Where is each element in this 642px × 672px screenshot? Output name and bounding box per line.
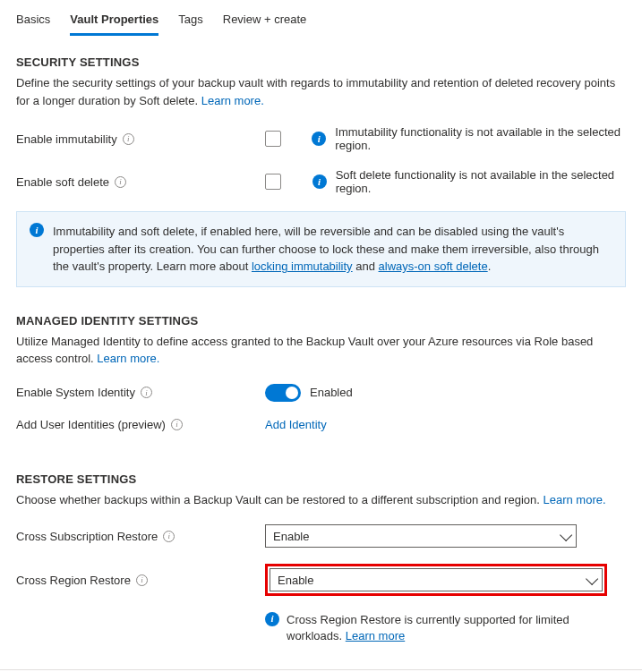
row-crr: Cross Region Restore Enable: [16, 564, 626, 596]
crr-select-value: Enable: [278, 574, 313, 587]
security-learn-more-link[interactable]: Learn more.: [201, 94, 264, 107]
security-desc-text: Define the security settings of your bac…: [16, 76, 615, 107]
enable-soft-delete-checkbox[interactable]: [265, 174, 281, 190]
info-icon[interactable]: [163, 531, 175, 542]
banner-text-post: .: [488, 259, 492, 273]
row-immutability: Enable immutability Immutability functio…: [16, 125, 626, 152]
info-icon[interactable]: [136, 574, 148, 586]
always-on-soft-delete-link[interactable]: always-on soft delete: [379, 259, 488, 273]
csr-label: Cross Subscription Restore: [16, 530, 158, 543]
csr-select[interactable]: Enable: [265, 524, 577, 548]
csr-select-value: Enable: [273, 530, 309, 543]
add-identity-link[interactable]: Add Identity: [265, 418, 327, 431]
info-icon[interactable]: [123, 133, 134, 145]
restore-desc-text: Choose whether backups within a Backup V…: [16, 493, 544, 506]
crr-select[interactable]: Enable: [270, 568, 603, 591]
enable-system-identity-label: Enable System Identity: [16, 386, 135, 399]
crr-label: Cross Region Restore: [16, 574, 131, 587]
row-user-identities: Add User Identities (preview) Add Identi…: [16, 418, 626, 431]
locking-immutability-link[interactable]: locking immutability: [252, 259, 353, 273]
tabs-bar: Basics Vault Properties Tags Review + cr…: [16, 0, 626, 36]
security-info-banner: Immutability and soft delete, if enabled…: [16, 211, 626, 287]
identity-desc: Utilize Managed Identity to define acces…: [16, 333, 626, 368]
immutability-unavailable-msg: Immutability functionality is not availa…: [335, 125, 626, 152]
crr-note-text: Cross Region Restore is currently suppor…: [287, 613, 569, 642]
row-system-identity: Enable System Identity Enabled: [16, 384, 626, 402]
info-solid-icon: [312, 174, 327, 189]
security-desc: Define the security settings of your bac…: [16, 74, 626, 109]
enable-immutability-checkbox[interactable]: [265, 131, 281, 147]
row-soft-delete: Enable soft delete Soft delete functiona…: [16, 168, 626, 195]
info-solid-icon: [30, 223, 44, 237]
info-icon[interactable]: [171, 419, 183, 430]
banner-text-mid: and: [353, 259, 379, 273]
tab-review-create[interactable]: Review + create: [223, 7, 307, 36]
restore-desc: Choose whether backups within a Backup V…: [16, 491, 626, 509]
footer-separator: [0, 669, 642, 670]
soft-delete-unavailable-msg: Soft delete functionality is not availab…: [336, 168, 626, 195]
system-identity-state: Enabled: [310, 386, 353, 399]
info-solid-icon: [312, 132, 326, 146]
enable-soft-delete-label: Enable soft delete: [16, 175, 109, 189]
restore-title: RESTORE SETTINGS: [16, 472, 626, 486]
identity-title: MANAGED IDENTITY SETTINGS: [16, 314, 626, 327]
info-icon[interactable]: [115, 176, 126, 188]
identity-learn-more-link[interactable]: Learn more.: [97, 352, 159, 365]
system-identity-toggle[interactable]: [265, 384, 301, 402]
add-user-identities-label: Add User Identities (preview): [16, 418, 166, 431]
crr-note: Cross Region Restore is currently suppor…: [265, 612, 623, 644]
tab-tags[interactable]: Tags: [178, 7, 202, 36]
tab-basics[interactable]: Basics: [16, 7, 50, 36]
enable-immutability-label: Enable immutability: [16, 132, 117, 146]
info-solid-icon: [265, 612, 279, 626]
restore-learn-more-link[interactable]: Learn more.: [544, 493, 606, 506]
row-csr: Cross Subscription Restore Enable: [16, 524, 626, 548]
info-icon[interactable]: [141, 387, 152, 398]
security-title: SECURITY SETTINGS: [16, 55, 626, 69]
crr-highlight: Enable: [265, 564, 607, 596]
tab-vault-properties[interactable]: Vault Properties: [70, 7, 158, 36]
crr-learn-more-link[interactable]: Learn more: [346, 629, 405, 642]
